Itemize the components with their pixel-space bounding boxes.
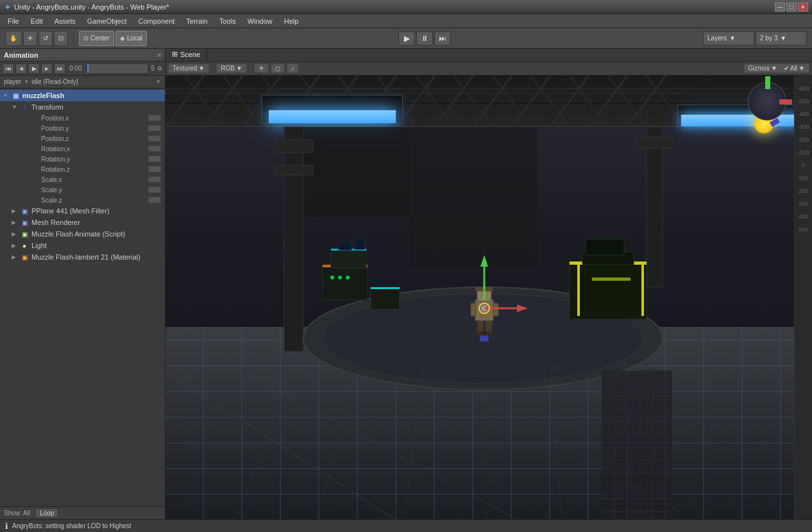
rgb-label: RGB bbox=[221, 65, 235, 72]
prop-bar-scale-y bbox=[148, 187, 161, 193]
pivot-tools: ⊙ Center ◈ Local bbox=[79, 31, 147, 46]
svg-line-87 bbox=[165, 370, 422, 519]
all-label: All bbox=[790, 65, 797, 72]
svg-rect-49 bbox=[570, 262, 647, 319]
svg-rect-56 bbox=[371, 287, 400, 310]
menu-component[interactable]: Component bbox=[133, 16, 180, 26]
close-button[interactable]: ✕ bbox=[798, 3, 808, 12]
left-panel: Animation ≡ ⏮ ◄ ▶ ► ⏭ 0:00 5 ⚙ player ▼ bbox=[0, 49, 165, 519]
anim-prev-button[interactable]: ⏮ bbox=[3, 63, 14, 74]
animation-timeline[interactable] bbox=[87, 63, 148, 74]
hierarchy-item-material[interactable]: ▶ ▣ Muzzle Flash-lambert 21 (Material) bbox=[0, 251, 165, 263]
svg-point-66 bbox=[482, 306, 486, 310]
menu-tools[interactable]: Tools bbox=[214, 16, 241, 26]
svg-line-90 bbox=[550, 364, 679, 447]
pause-button[interactable]: ⏸ bbox=[416, 31, 433, 46]
textured-mode-button[interactable]: Textured ▼ bbox=[168, 63, 209, 73]
svg-rect-42 bbox=[331, 249, 366, 268]
prop-name-position-x: Position.x bbox=[3, 115, 148, 122]
window-controls[interactable]: — □ ✕ bbox=[775, 3, 808, 12]
svg-rect-68 bbox=[485, 332, 493, 336]
svg-rect-55 bbox=[592, 278, 630, 281]
lighting-button[interactable]: ☀ bbox=[254, 63, 269, 73]
svg-point-46 bbox=[330, 276, 334, 279]
gizmo-z-label: Z bbox=[777, 125, 781, 131]
svg-rect-32 bbox=[275, 165, 313, 175]
menu-help[interactable]: Help bbox=[279, 16, 304, 26]
ruler-mark-300: 300 bbox=[799, 197, 808, 210]
hier-item-label: muzzleFlash bbox=[22, 92, 64, 99]
maximize-button[interactable]: □ bbox=[786, 3, 797, 12]
scene-tab[interactable]: ⊞ Scene bbox=[165, 49, 207, 61]
prop-rotation-y: Rotation.y bbox=[0, 154, 165, 164]
local-button[interactable]: ◈ Local bbox=[115, 31, 147, 46]
prop-bar-position-y bbox=[148, 125, 161, 131]
anim-settings-icon[interactable]: ⚙ bbox=[157, 65, 162, 72]
minimize-button[interactable]: — bbox=[775, 3, 785, 12]
rgb-button[interactable]: RGB ▼ bbox=[216, 63, 247, 73]
panel-menu-icon[interactable]: ≡ bbox=[158, 52, 161, 58]
mesh-renderer-icon: ▣ bbox=[19, 217, 30, 228]
svg-rect-41 bbox=[323, 265, 368, 267]
animation-panel-header: Animation ≡ bbox=[0, 49, 165, 62]
step-button[interactable]: ⏭ bbox=[434, 31, 451, 46]
gameobject-icon: ▣ bbox=[10, 90, 21, 101]
scene-tabbar: ⊞ Scene bbox=[165, 49, 812, 62]
menu-window[interactable]: Window bbox=[242, 16, 278, 26]
anim-next-button[interactable]: ⏭ bbox=[54, 63, 65, 74]
scale-tool[interactable]: ⊡ bbox=[54, 31, 68, 46]
hierarchy-item-muzzleflash[interactable]: ▼ ▣ muzzleFlash bbox=[0, 90, 165, 101]
svg-point-74 bbox=[479, 303, 489, 313]
menu-edit[interactable]: Edit bbox=[26, 16, 48, 26]
window-title: Unity - AngryBots.unity - AngryBots - We… bbox=[14, 3, 169, 11]
light-icon: ● bbox=[19, 240, 30, 251]
transform-icon: J bbox=[19, 102, 30, 112]
layers-dropdown[interactable]: Layers ▼ bbox=[703, 31, 754, 46]
menu-gameobject[interactable]: GameObject bbox=[82, 16, 132, 26]
player-value: idle (Read-Only) bbox=[31, 78, 153, 85]
light-label: Light bbox=[31, 242, 47, 249]
player-value-arrow-icon[interactable]: ▼ bbox=[156, 79, 161, 85]
player-row: player ▼ idle (Read-Only) ▼ bbox=[0, 76, 165, 88]
menu-terrain[interactable]: Terrain bbox=[181, 16, 213, 26]
play-button[interactable]: ▶ bbox=[398, 31, 415, 46]
hierarchy-item-script[interactable]: ▶ ▣ Muzzle Flash Animate (Script) bbox=[0, 228, 165, 240]
svg-point-47 bbox=[338, 276, 342, 279]
menu-assets[interactable]: Assets bbox=[49, 16, 81, 26]
layout-dropdown[interactable]: 2 by 3 ▼ bbox=[756, 31, 807, 46]
hierarchy-item-light[interactable]: ▶ ● Light bbox=[0, 240, 165, 251]
audio-button[interactable]: ♪ bbox=[287, 63, 299, 73]
svg-rect-44 bbox=[339, 242, 351, 250]
anim-play-button[interactable]: ▶ bbox=[28, 63, 40, 74]
animation-footer: Show: All Loop bbox=[0, 506, 165, 519]
scene-viewport[interactable]: Y X Z -600 -500 -400 -300 -200 -100 0 10… bbox=[165, 76, 812, 519]
ruler-mark-400-neg: -400 bbox=[797, 108, 809, 121]
animation-hierarchy[interactable]: ▼ ▣ muzzleFlash ▼ J Transform Position.x bbox=[0, 88, 165, 506]
loop-button[interactable]: Loop bbox=[35, 508, 58, 518]
svg-rect-52 bbox=[641, 265, 644, 316]
hierarchy-item-pplane[interactable]: ▶ ▣ PPlane 441 (Mesh Filter) bbox=[0, 205, 165, 217]
hierarchy-item-transform[interactable]: ▼ J Transform bbox=[0, 101, 165, 113]
player-dropdown-arrow-icon[interactable]: ▼ bbox=[24, 79, 29, 85]
anim-prev-frame-button[interactable]: ◄ bbox=[15, 63, 27, 74]
menu-file[interactable]: File bbox=[3, 16, 24, 26]
anim-next-frame-button[interactable]: ► bbox=[41, 63, 53, 74]
prop-bar-position-x bbox=[148, 115, 161, 121]
skybox-button[interactable]: ◻ bbox=[271, 63, 285, 73]
all-dropdown[interactable]: Gizmos ▼ ✔ All ▼ bbox=[743, 63, 809, 73]
textured-dropdown-icon: ▼ bbox=[198, 65, 205, 72]
svg-line-88 bbox=[230, 364, 550, 519]
svg-rect-30 bbox=[284, 127, 303, 351]
hand-tool[interactable]: ✋ bbox=[5, 31, 22, 46]
center-button[interactable]: ⊙ Center bbox=[79, 31, 114, 46]
rotate-tool[interactable]: ↺ bbox=[38, 31, 53, 46]
hierarchy-item-mesh-renderer[interactable]: ▶ ▣ Mesh Renderer bbox=[0, 217, 165, 228]
prop-bar-scale-x bbox=[148, 176, 161, 183]
orientation-gizmo: Y X Z bbox=[748, 82, 793, 127]
gizmo-circle: Y X Z bbox=[748, 82, 786, 121]
svg-rect-43 bbox=[331, 249, 366, 251]
move-tool[interactable]: ✛ bbox=[23, 31, 37, 46]
svg-rect-60 bbox=[475, 300, 493, 320]
script-arrow-icon: ▶ bbox=[12, 231, 19, 237]
scene-tab-icon: ⊞ bbox=[172, 50, 178, 58]
